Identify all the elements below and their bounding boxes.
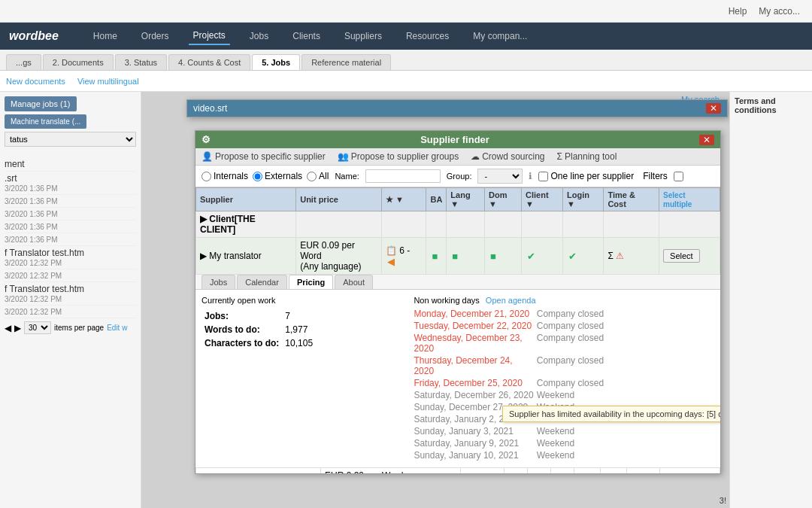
cal-date: Wednesday, December 23, 2020 xyxy=(414,333,534,354)
video-window: video.srt ✕ ⚙ Supplier finder ✕ 👤 Propos… xyxy=(186,99,728,117)
warning-icon: ⚠ xyxy=(616,251,624,261)
cal-date: Friday, December 25, 2020 xyxy=(414,378,534,388)
filters-label: Filters xyxy=(643,171,668,181)
select-multiple-link[interactable]: Select multiple xyxy=(663,191,692,208)
supplier-table: Supplier Unit price ★ ▼ BA Lang ▼ Dom ▼ … xyxy=(195,187,720,275)
supplier-table-scroll[interactable]: Supplier Unit price ★ ▼ BA Lang ▼ Dom ▼ … xyxy=(195,187,720,473)
page-number: 3! xyxy=(720,496,726,505)
tab-about[interactable]: About xyxy=(335,275,373,289)
expand-icon[interactable]: ▶ xyxy=(200,214,207,224)
list-item[interactable]: 3/2020 12:32 PM xyxy=(5,269,136,282)
tab-pricing[interactable]: Pricing xyxy=(289,275,333,289)
nav-resources[interactable]: Resources xyxy=(401,28,453,44)
chars-label: Characters to do: xyxy=(201,336,282,350)
tab-1[interactable]: ...gs xyxy=(6,54,41,70)
select-btn-translator[interactable]: Select xyxy=(663,249,700,263)
planning-tool-btn[interactable]: Σ Planning tool xyxy=(557,151,617,162)
info-icon: ℹ xyxy=(529,171,532,181)
view-multilingual-link[interactable]: View multilingual xyxy=(77,77,139,86)
other-translator-table: ▶ My other translator EUR 0.20 per WordP… xyxy=(195,467,720,473)
new-documents-link[interactable]: New documents xyxy=(6,77,65,86)
sigma-icon[interactable]: Σ xyxy=(607,251,613,261)
cal-status: Company closed xyxy=(534,378,604,388)
spreadsheet-icon[interactable]: 📋 xyxy=(386,245,397,256)
translator-name: My translator xyxy=(209,251,261,261)
supplier-finder-close[interactable]: ✕ xyxy=(699,135,714,145)
client-icon: ✔ xyxy=(527,251,535,262)
manage-jobs-btn[interactable]: Manage jobs (1) xyxy=(5,96,77,111)
list-item[interactable]: f Translator test.htm 3/2020 12:32 PM xyxy=(5,246,136,269)
expand-icon-translator[interactable]: ▶ xyxy=(200,251,207,261)
status-select[interactable]: tatus xyxy=(5,132,136,147)
filters-checkbox[interactable] xyxy=(674,172,683,181)
nav-jobs[interactable]: Jobs xyxy=(245,28,273,44)
tab-calendar[interactable]: Calendar xyxy=(237,275,287,289)
tab-reference[interactable]: Reference material xyxy=(301,54,391,70)
open-agenda-link[interactable]: Open agenda xyxy=(486,296,536,305)
cal-status: Company closed xyxy=(534,333,604,354)
list-item[interactable]: 3/2020 12:32 PM xyxy=(5,306,136,318)
name-input[interactable] xyxy=(365,169,441,183)
machine-translate-btn[interactable]: Machine translate (... xyxy=(5,114,86,129)
tab-5-jobs[interactable]: 5. Jobs xyxy=(252,54,300,70)
col-select-multiple: Select multiple xyxy=(659,188,720,211)
tab-3-status[interactable]: 3. Status xyxy=(115,54,167,70)
my-account-link[interactable]: My acco... xyxy=(759,6,800,17)
col-client: Client ▼ xyxy=(522,188,563,211)
all-radio-label[interactable]: All xyxy=(307,171,329,181)
tab-2-documents[interactable]: 2. Documents xyxy=(43,54,114,70)
tabs-bar: ...gs 2. Documents 3. Status 4. Counts &… xyxy=(0,50,812,71)
work-stats-table: Jobs: 7 Words to do: 1,977 Characters to… xyxy=(201,309,316,350)
propose-specific-btn[interactable]: 👤 Propose to specific supplier xyxy=(201,151,326,162)
list-item[interactable]: 3/2020 1:36 PM xyxy=(5,233,136,246)
all-radio[interactable] xyxy=(307,172,317,181)
list-item[interactable]: ment xyxy=(5,157,136,172)
crowd-sourcing-icon: ☁ xyxy=(471,151,480,162)
words-row: Words to do: 1,977 xyxy=(201,323,316,336)
nav-clients[interactable]: Clients xyxy=(288,28,325,44)
items-per-page-label: items per page xyxy=(54,324,104,332)
list-item[interactable]: f Translator test.htm 3/2020 12:32 PM xyxy=(5,282,136,306)
help-link[interactable]: Help xyxy=(729,6,747,17)
words-label: Words to do: xyxy=(201,323,282,336)
calendar-row: Sunday, January 3, 2021 Weekend xyxy=(414,425,714,437)
one-line-checkbox-label[interactable]: One line per supplier xyxy=(538,171,634,181)
items-per-page-select[interactable]: 30 xyxy=(24,321,51,334)
calendar-list: Monday, December 21, 2020 Company closed… xyxy=(414,308,714,461)
center-area: My search... 3! video.srt ✕ ⚙ Supplier f… xyxy=(141,92,729,508)
group-select[interactable]: - xyxy=(477,169,523,184)
col-dom: Dom ▼ xyxy=(485,188,522,211)
calendar-row: Tuesday, December 22, 2020 Company close… xyxy=(414,320,714,332)
ba-icon: ■ xyxy=(432,251,438,262)
list-item[interactable]: .srt 3/2020 1:36 PM xyxy=(5,172,136,195)
logo: wordbee xyxy=(9,29,59,43)
list-item[interactable]: 3/2020 1:36 PM xyxy=(5,195,136,208)
internals-radio[interactable] xyxy=(201,172,211,181)
internals-radio-label[interactable]: Internals xyxy=(201,171,248,181)
words-value: 1,977 xyxy=(282,323,316,336)
propose-specific-icon: 👤 xyxy=(201,151,213,162)
nav-orders[interactable]: Orders xyxy=(137,28,174,44)
nav-home[interactable]: Home xyxy=(89,28,122,44)
cal-date: Thursday, December 24, 2020 xyxy=(414,355,534,376)
one-line-checkbox[interactable] xyxy=(538,172,548,181)
tab-4-counts[interactable]: 4. Counts & Cost xyxy=(168,54,250,70)
planning-icon: Σ xyxy=(557,151,562,162)
tab-jobs[interactable]: Jobs xyxy=(201,275,235,289)
externals-radio[interactable] xyxy=(253,172,262,181)
nav-mycompany[interactable]: My compan... xyxy=(468,28,532,44)
nav-suppliers[interactable]: Suppliers xyxy=(340,28,386,44)
video-window-close[interactable]: ✕ xyxy=(706,103,721,114)
inline-tabs: Jobs Calendar Pricing About xyxy=(195,275,720,290)
edit-link[interactable]: Edit w xyxy=(107,324,127,332)
nav-projects[interactable]: Projects xyxy=(189,27,230,45)
externals-radio-label[interactable]: Externals xyxy=(253,171,302,181)
next-page-icon[interactable]: ▶ xyxy=(14,323,21,333)
list-item[interactable]: 3/2020 1:36 PM xyxy=(5,221,136,233)
propose-groups-btn[interactable]: 👥 Propose to supplier groups xyxy=(338,151,459,162)
prev-page-icon[interactable]: ◀ xyxy=(5,323,11,333)
list-item[interactable]: 3/2020 1:36 PM xyxy=(5,208,136,221)
crowd-sourcing-btn[interactable]: ☁ Crowd sourcing xyxy=(471,151,544,162)
jobs-value: 7 xyxy=(282,309,316,323)
action-bar: New documents View multilingual xyxy=(0,71,812,92)
